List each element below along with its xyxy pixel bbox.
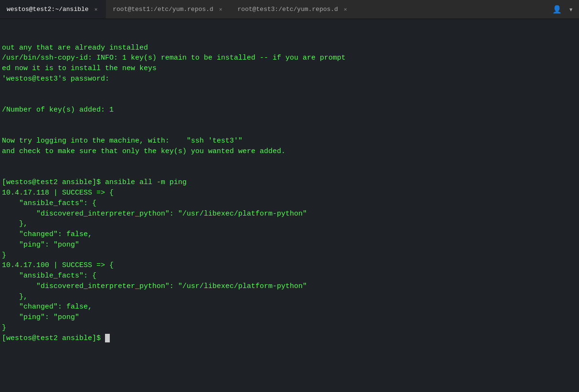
- terminal-line: 'westos@test3's password:: [2, 75, 114, 83]
- tab-1[interactable]: westos@test2:~/ansible ✕: [0, 0, 106, 19]
- terminal-line: "ansible_facts": {: [2, 272, 96, 280]
- tab-bar-actions: 👤 ▾: [550, 4, 579, 15]
- tab-3-close[interactable]: ✕: [342, 5, 349, 13]
- terminal-content: out any that are already installed /usr/…: [0, 43, 579, 344]
- tab-3[interactable]: root@test3:/etc/yum.repos.d ✕: [231, 0, 356, 19]
- terminal-line: /usr/bin/ssh-copy-id: INFO: 1 key(s) rem…: [2, 54, 346, 62]
- terminal-line: [westos@test2 ansible]$: [2, 334, 105, 342]
- terminal-line: 10.4.17.118 | SUCCESS => {: [2, 189, 114, 197]
- tab-1-label: westos@test2:~/ansible: [7, 6, 89, 13]
- terminal-line: out any that are already installed: [2, 44, 148, 52]
- terminal-line: and check to make sure that only the key…: [2, 147, 285, 155]
- terminal-line: 10.4.17.100 | SUCCESS => {: [2, 261, 114, 269]
- tab-2-label: root@test1:/etc/yum.repos.d: [113, 6, 213, 13]
- terminal-line: "discovered_interpreter_python": "/usr/l…: [2, 282, 307, 290]
- tab-2[interactable]: root@test1:/etc/yum.repos.d ✕: [106, 0, 231, 19]
- terminal-line: }: [2, 324, 6, 332]
- terminal-line: Now try logging into the machine, with: …: [2, 137, 242, 145]
- terminal-line: [westos@test2 ansible]$ ansible all -m p…: [2, 178, 187, 186]
- terminal-line: }: [2, 251, 6, 259]
- tab-bar: westos@test2:~/ansible ✕ root@test1:/etc…: [0, 0, 579, 19]
- terminal-line: "changed": false,: [2, 303, 92, 311]
- tab-1-close[interactable]: ✕: [93, 5, 100, 13]
- tab-3-label: root@test3:/etc/yum.repos.d: [238, 6, 338, 13]
- terminal-line: "ping": "pong": [2, 313, 79, 321]
- terminal-line: "ansible_facts": {: [2, 199, 96, 207]
- profile-icon[interactable]: 👤: [550, 4, 564, 15]
- terminal-line: },: [2, 220, 28, 228]
- app-window: westos@test2:~/ansible ✕ root@test1:/etc…: [0, 0, 579, 392]
- terminal-line: "discovered_interpreter_python": "/usr/l…: [2, 210, 307, 218]
- chevron-down-icon[interactable]: ▾: [567, 4, 575, 15]
- terminal-line: "changed": false,: [2, 230, 92, 238]
- tab-2-close[interactable]: ✕: [217, 5, 224, 13]
- terminal-line: },: [2, 293, 28, 301]
- terminal-line: "ping": "pong": [2, 241, 79, 249]
- terminal[interactable]: out any that are already installed /usr/…: [0, 19, 579, 392]
- terminal-line: ed now it is to install the new keys: [2, 64, 157, 72]
- terminal-cursor: [105, 334, 110, 342]
- terminal-line: /Number of key(s) added: 1: [2, 106, 114, 114]
